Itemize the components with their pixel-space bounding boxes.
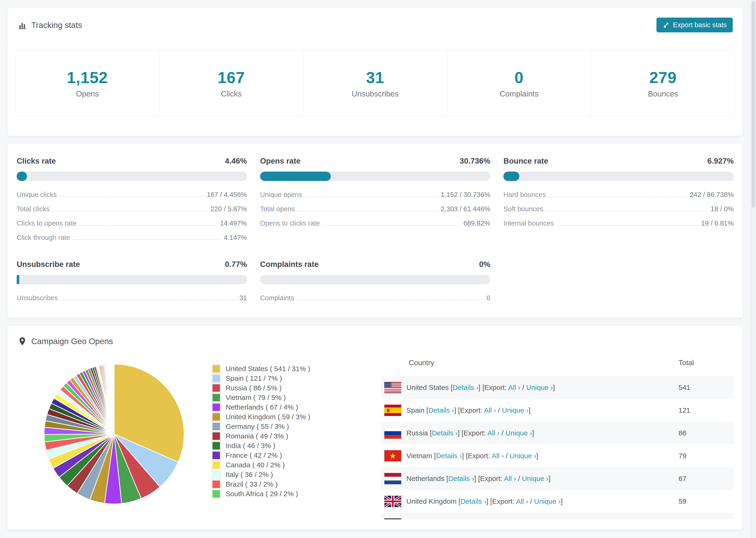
country-name: United States <box>406 384 449 391</box>
export-unique-link[interactable]: Unique › <box>506 429 532 437</box>
rate-row-total-clicks: Total clicks220 / 5.87% <box>17 205 247 213</box>
legend-swatch-color <box>212 461 220 469</box>
legend-swatch-color <box>212 375 220 382</box>
export-all-link[interactable]: All › <box>504 475 516 482</box>
stat-label: Clicks <box>221 89 242 98</box>
legend-swatch-color <box>212 404 220 411</box>
dotted-leader <box>548 196 687 197</box>
page-scrollbar-thumb[interactable] <box>752 1 755 207</box>
legend-item-romania[interactable]: Romania ( 49 / 3% ) <box>212 431 366 441</box>
export-unique-link[interactable]: Unique › <box>534 497 561 505</box>
table-cell-total: 79 <box>678 452 734 460</box>
dotted-leader <box>297 300 484 300</box>
legend-swatch-color <box>212 394 220 402</box>
rate-row-label: Unique clicks <box>17 191 57 198</box>
rate-rows: Complaints0 <box>260 294 490 302</box>
page: Tracking stats Export basic stats 1,152O… <box>0 0 756 530</box>
rate-row-label: Total clicks <box>17 205 50 213</box>
rate-rows: Hard bounces242 / 86.738%Soft bounces18 … <box>503 191 734 227</box>
legend-label: Vietnam ( 79 / 5% ) <box>226 393 286 402</box>
details-link[interactable]: Details › <box>428 406 454 414</box>
column-header-country: Country <box>381 359 678 367</box>
details-link[interactable]: Details › <box>436 452 462 459</box>
rate-row-soft-bounces: Soft bounces18 / 0% <box>503 205 734 213</box>
legend-item-south-africa[interactable]: South Africa ( 29 / 2% ) <box>212 489 366 499</box>
legend-item-united-kingdom[interactable]: United Kingdom ( 59 / 3% ) <box>212 412 366 422</box>
table-cell-country: United States [Details ›] [Export: All ›… <box>406 384 678 392</box>
rate-head: Clicks rate4.46% <box>17 157 247 166</box>
rate-head: Opens rate30.736% <box>260 157 490 166</box>
rate-row-value: 0 <box>486 294 490 302</box>
legend-item-italy[interactable]: Italy ( 36 / 2% ) <box>212 470 366 479</box>
export-all-link[interactable]: All › <box>487 429 500 437</box>
rate-rows: Unsubscribes31 <box>17 294 247 302</box>
geo-pie-chart[interactable] <box>42 362 186 506</box>
details-link[interactable]: Details › <box>432 429 458 437</box>
legend-item-united-states[interactable]: United States ( 541 / 31% ) <box>212 364 366 373</box>
country-name: Russia <box>406 429 428 437</box>
stat-cell-opens: 1,152Opens <box>16 50 159 116</box>
legend-swatch <box>212 403 221 412</box>
legend-item-canada[interactable]: Canada ( 40 / 2% ) <box>212 460 366 470</box>
legend-item-vietnam[interactable]: Vietnam ( 79 / 5% ) <box>212 393 366 402</box>
legend-item-germany[interactable]: Germany ( 55 / 3% ) <box>212 422 366 431</box>
details-link[interactable]: Details › <box>453 384 478 391</box>
export-unique-link[interactable]: Unique › <box>526 384 553 391</box>
export-unique-link[interactable]: Unique › <box>502 406 528 414</box>
progress-track <box>260 275 490 284</box>
legend-label: France ( 42 / 2% ) <box>226 451 282 460</box>
dotted-leader <box>72 240 221 240</box>
rate-head: Complaints rate0% <box>260 260 490 269</box>
table-row-vietnam: ★Vietnam [Details ›] [Export: All › / Un… <box>381 444 734 467</box>
export-unique-link[interactable]: Unique › <box>510 452 536 459</box>
stat-value: 279 <box>649 68 676 86</box>
rate-value: 4.46% <box>225 157 247 166</box>
legend-swatch <box>212 412 221 422</box>
legend-item-india[interactable]: India ( 46 / 3% ) <box>212 441 366 451</box>
legend-item-spain[interactable]: Spain ( 121 / 7% ) <box>212 373 366 383</box>
rate-row-value: 689.82% <box>463 219 490 227</box>
table-cell-total: 541 <box>678 384 734 392</box>
legend-swatch <box>212 422 221 431</box>
export-unique-link[interactable]: Unique › <box>522 475 549 482</box>
legend-swatch-color <box>212 423 220 430</box>
country-name: Spain <box>406 406 424 414</box>
rate-row-hard-bounces: Hard bounces242 / 86.738% <box>503 191 734 198</box>
rate-row-value: 19 / 6.81% <box>701 219 734 227</box>
rate-rows: Unique opens1,152 / 30.736%Total opens2,… <box>260 191 490 227</box>
export-all-link[interactable]: All › <box>516 497 528 505</box>
progress-track <box>17 275 247 284</box>
progress-track <box>503 172 734 181</box>
stat-cell-complaints: 0Complaints <box>447 50 591 116</box>
page-scrollbar[interactable] <box>750 0 756 538</box>
geo-title: Campaign Geo Opens <box>31 336 113 347</box>
table-cell-country: Vietnam [Details ›] [Export: All › / Uni… <box>406 452 678 460</box>
dotted-leader <box>322 225 461 226</box>
legend-item-netherlands[interactable]: Netherlands ( 67 / 4% ) <box>212 402 366 412</box>
rate-head: Unsubscribe rate0.77% <box>17 260 247 269</box>
export-basic-stats-button[interactable]: Export basic stats <box>657 18 733 32</box>
export-all-link[interactable]: All › <box>492 452 504 459</box>
legend-label: Russia ( 86 / 5% ) <box>226 383 282 393</box>
bar-chart-icon <box>18 21 27 30</box>
stat-value: 31 <box>366 68 384 86</box>
legend-item-russia[interactable]: Russia ( 86 / 5% ) <box>212 383 366 393</box>
legend-swatch <box>212 364 221 373</box>
dotted-leader <box>546 211 708 211</box>
export-all-link[interactable]: All › <box>508 384 520 391</box>
rate-row-unique-clicks: Unique clicks167 / 4.456% <box>17 191 247 198</box>
flag-de-icon <box>384 518 401 519</box>
rate-section-clicks-rate: Clicks rate4.46%Unique clicks167 / 4.456… <box>17 157 247 242</box>
stats-box: 1,152Opens167Clicks31Unsubscribes0Compla… <box>15 50 735 116</box>
export-all-link[interactable]: All › <box>484 406 496 414</box>
dotted-leader <box>60 300 237 300</box>
rate-title: Unsubscribe rate <box>17 260 80 269</box>
details-link[interactable]: Details › <box>448 475 474 482</box>
legend-item-france[interactable]: France ( 42 / 2% ) <box>212 451 366 460</box>
map-pin-icon <box>18 337 27 346</box>
stat-label: Unsubscribes <box>352 89 399 98</box>
details-link[interactable]: Details › <box>460 497 486 505</box>
legend-item-brazil[interactable]: Brazil ( 33 / 2% ) <box>212 479 366 489</box>
gb-flag-svg <box>384 496 401 507</box>
legend-label: India ( 46 / 3% ) <box>226 441 275 451</box>
